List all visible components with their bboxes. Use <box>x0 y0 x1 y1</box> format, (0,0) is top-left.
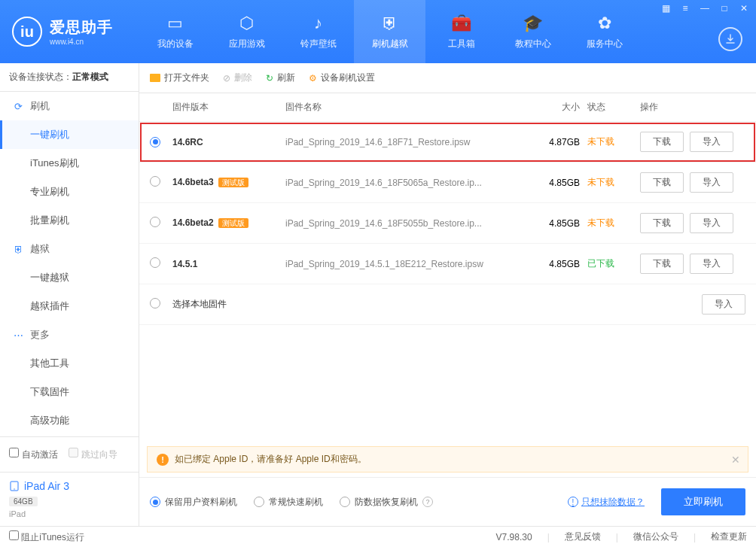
sidebar-group: ⛨越狱 <box>0 235 139 263</box>
firmware-row[interactable]: 14.6beta2测试版iPad_Spring_2019_14.6_18F505… <box>139 203 756 244</box>
firmware-row[interactable]: 14.6RCiPad_Spring_2019_14.6_18F71_Restor… <box>139 122 756 163</box>
app-header: iu 爱思助手 www.i4.cn ▭我的设备⬡应用游戏♪铃声壁纸⛨刷机越狱🧰工… <box>0 0 756 63</box>
header-download-button[interactable] <box>718 27 742 51</box>
row-radio[interactable] <box>150 257 160 268</box>
row-radio[interactable] <box>150 298 160 308</box>
svg-point-1 <box>14 488 14 489</box>
delete-button[interactable]: ⊘删除 <box>223 71 252 84</box>
sidebar-item[interactable]: 下载固件 <box>0 378 139 406</box>
download-button[interactable]: 下载 <box>640 254 684 274</box>
feedback-link[interactable]: 意见反馈 <box>565 530 601 543</box>
sidebar-item[interactable]: 批量刷机 <box>0 206 139 235</box>
import-button[interactable]: 导入 <box>690 213 733 233</box>
wechat-link[interactable]: 微信公众号 <box>633 530 678 543</box>
nav-label: 铃声壁纸 <box>300 38 337 50</box>
sidebar-item[interactable]: 高级功能 <box>0 406 139 435</box>
test-badge: 测试版 <box>218 178 248 187</box>
device-capacity-badge: 64GB <box>9 497 38 506</box>
row-radio[interactable] <box>150 217 160 227</box>
gear-icon: ⚙ <box>309 73 317 84</box>
local-firmware-row[interactable]: 选择本地固件导入 <box>139 284 756 325</box>
nav-tab-0[interactable]: ▭我的设备 <box>139 0 211 63</box>
delete-icon: ⊘ <box>223 73 230 84</box>
close-alert-button[interactable]: ✕ <box>731 454 740 466</box>
sidebar-item[interactable]: 专业刷机 <box>0 178 139 206</box>
download-button[interactable]: 下载 <box>640 172 684 193</box>
open-folder-button[interactable]: 打开文件夹 <box>150 71 209 84</box>
row-status: 未下载 <box>587 217 640 229</box>
flash-options: 保留用户资料刷机 常规快速刷机 防数据恢复刷机? !只想抹除数据？ 立即刷机 <box>139 477 756 526</box>
import-button[interactable]: 导入 <box>690 254 733 274</box>
logo-icon: iu <box>12 17 42 47</box>
erase-data-link[interactable]: !只想抹除数据？ <box>568 496 645 509</box>
row-size: 4.87GB <box>527 137 587 147</box>
version-label: V7.98.30 <box>496 532 532 542</box>
skip-wizard-checkbox[interactable]: 跳过向导 <box>69 448 117 461</box>
option-normal[interactable]: 常规快速刷机 <box>254 496 323 509</box>
help-icon[interactable]: ? <box>422 497 433 507</box>
row-radio[interactable] <box>150 137 160 147</box>
nav-icon: ⛨ <box>382 14 398 33</box>
sidebar-item[interactable]: 越狱插件 <box>0 292 139 321</box>
nav-tab-3[interactable]: ⛨刷机越狱 <box>354 0 425 63</box>
option-anti-recovery[interactable]: 防数据恢复刷机? <box>340 496 433 509</box>
app-title: 爱思助手 <box>50 17 113 38</box>
sidebar-item[interactable]: iTunes刷机 <box>0 149 139 178</box>
row-version: 14.5.1 <box>172 259 285 269</box>
nav-label: 服务中心 <box>587 38 623 50</box>
nav-icon: ✿ <box>598 14 611 33</box>
nav-icon: ▭ <box>167 14 183 33</box>
device-type: iPad <box>9 509 130 518</box>
nav-tab-4[interactable]: 🧰工具箱 <box>425 0 497 63</box>
row-name: iPad_Spring_2019_14.6_18F71_Restore.ipsw <box>285 137 527 147</box>
download-button[interactable]: 下载 <box>640 132 684 152</box>
window-menu-icon[interactable]: ≡ <box>679 3 691 14</box>
row-name: iPad_Spring_2019_14.5.1_18E212_Restore.i… <box>285 259 527 269</box>
device-status-label: 设备连接状态： <box>9 71 72 82</box>
row-version: 14.6RC <box>172 137 285 147</box>
row-radio[interactable] <box>150 176 160 187</box>
device-status-value: 正常模式 <box>72 71 108 82</box>
row-size: 4.85GB <box>527 259 587 269</box>
nav-tab-1[interactable]: ⬡应用游戏 <box>211 0 282 63</box>
window-minimize-icon[interactable]: — <box>699 3 711 14</box>
info-icon: ! <box>568 497 578 507</box>
auto-activate-checkbox[interactable]: 自动激活 <box>9 448 58 461</box>
update-link[interactable]: 检查更新 <box>711 530 747 543</box>
nav-tab-2[interactable]: ♪铃声壁纸 <box>282 0 354 63</box>
import-button[interactable]: 导入 <box>690 132 733 152</box>
window-controls: ▦ ≡ — □ ✕ <box>660 3 750 14</box>
row-name: iPad_Spring_2019_14.6_18F5065a_Restore.i… <box>285 178 527 188</box>
firmware-row[interactable]: 14.6beta3测试版iPad_Spring_2019_14.6_18F506… <box>139 163 756 203</box>
option-keep-data[interactable]: 保留用户资料刷机 <box>150 496 237 509</box>
device-settings-button[interactable]: ⚙设备刷机设置 <box>309 71 375 84</box>
footer: 阻止iTunes运行 V7.98.30 | 意见反馈 | 微信公众号 | 检查更… <box>0 526 756 547</box>
import-button[interactable]: 导入 <box>702 294 745 315</box>
download-button[interactable]: 下载 <box>640 213 684 233</box>
window-close-icon[interactable]: ✕ <box>738 3 750 14</box>
block-itunes-checkbox[interactable]: 阻止iTunes运行 <box>9 530 84 544</box>
toolbar: 打开文件夹 ⊘删除 ↻刷新 ⚙设备刷机设置 <box>139 63 756 93</box>
row-status: 未下载 <box>587 135 640 148</box>
folder-icon <box>150 74 160 82</box>
local-label: 选择本地固件 <box>172 298 285 311</box>
sidebar-item[interactable]: 一键越狱 <box>0 263 139 292</box>
window-maximize-icon[interactable]: □ <box>718 3 730 14</box>
import-button[interactable]: 导入 <box>690 172 733 193</box>
device-name[interactable]: iPad Air 3 <box>9 480 130 492</box>
sidebar-group: ⟳刷机 <box>0 92 139 120</box>
refresh-button[interactable]: ↻刷新 <box>266 71 295 84</box>
window-grid-icon[interactable]: ▦ <box>660 3 672 14</box>
nav-tab-6[interactable]: ✿服务中心 <box>569 0 640 63</box>
sidebar-list: ⟳刷机一键刷机iTunes刷机专业刷机批量刷机⛨越狱一键越狱越狱插件⋯更多其他工… <box>0 92 139 436</box>
device-status: 设备连接状态：正常模式 <box>0 63 139 92</box>
row-size: 4.85GB <box>527 218 587 229</box>
sidebar-item[interactable]: 其他工具 <box>0 349 139 378</box>
firmware-row[interactable]: 14.5.1iPad_Spring_2019_14.5.1_18E212_Res… <box>139 244 756 284</box>
logo: iu 爱思助手 www.i4.cn <box>0 17 139 47</box>
nav-tab-5[interactable]: 🎓教程中心 <box>497 0 569 63</box>
flash-now-button[interactable]: 立即刷机 <box>661 488 745 515</box>
test-badge: 测试版 <box>218 218 248 228</box>
row-size: 4.85GB <box>527 178 587 188</box>
sidebar-item[interactable]: 一键刷机 <box>0 120 139 149</box>
